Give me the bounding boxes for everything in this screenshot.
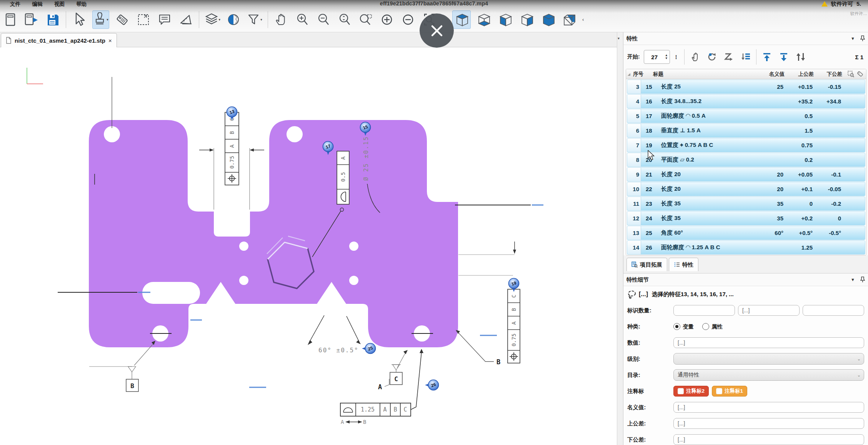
id-count-input-2[interactable] [738, 305, 800, 316]
table-row[interactable]: 1022长度 2020+0.1-0.05 [627, 182, 865, 196]
id-count-input-3[interactable] [803, 305, 864, 316]
small-hole-2[interactable] [239, 276, 248, 285]
select-cursor-button[interactable] [71, 11, 87, 28]
balloon-25[interactable]: 25 [362, 343, 376, 354]
measure-tool-button[interactable] [178, 11, 194, 28]
tag-tool-button[interactable] [114, 11, 130, 28]
open-file-button[interactable] [23, 11, 40, 28]
pan-hand-button[interactable] [273, 11, 289, 28]
document-tab[interactable]: nist_ctc_01_asme1_ap242-e1.stp × [1, 33, 117, 47]
layers-button[interactable]: ▾ [204, 11, 220, 28]
move-top-icon[interactable] [760, 49, 773, 65]
upper-tolerance-input[interactable] [673, 418, 864, 429]
spinner-arrows[interactable]: ▲▼ [665, 54, 670, 60]
view-left-button[interactable] [496, 11, 514, 28]
document-tab-close-icon[interactable]: × [108, 37, 112, 44]
list-order-icon[interactable] [739, 49, 752, 65]
characteristics-panel-header[interactable]: 特性 ▼ [623, 32, 868, 45]
license-warning[interactable]: 软件许可 5. [821, 0, 861, 8]
panel-splitter[interactable]: ▾ [617, 32, 623, 445]
small-hole-3[interactable] [349, 242, 358, 251]
small-hole-4[interactable] [349, 276, 358, 285]
table-row[interactable]: 517面轮廓度 ◠ 0.5 A0.5 [627, 109, 865, 123]
table-row[interactable]: 618垂直度 ⊥ 1.5 A1.5 [627, 123, 865, 138]
view-top-button[interactable] [452, 10, 471, 29]
pin-icon[interactable] [860, 35, 865, 42]
video-close-button[interactable] [420, 13, 454, 48]
view-bottom-button[interactable] [475, 11, 492, 28]
splitter-collapse-icon[interactable]: ▾ [618, 36, 620, 40]
view-filter-icon[interactable] [848, 71, 854, 77]
datum-b[interactable]: B [89, 341, 155, 392]
spinner-menu-icon[interactable]: ⋮ [674, 54, 679, 60]
details-panel-header[interactable]: 特性细节 ▼ [623, 273, 868, 286]
catalog-select[interactable]: 通用特性 ⌄ [673, 369, 864, 381]
fcf-19-position[interactable]: C B A 0.75 [455, 205, 543, 363]
lower-tolerance-input[interactable] [673, 434, 864, 445]
nominal-input[interactable] [673, 402, 864, 413]
fcf-13-position[interactable]: C B A 0.75 [199, 112, 264, 210]
filter-button[interactable]: ▾ [247, 11, 263, 28]
view-back-button[interactable] [561, 11, 578, 28]
increase-button[interactable] [379, 11, 395, 28]
datum-c[interactable]: C [390, 350, 408, 385]
radio-attribute-label[interactable]: 属性 [711, 323, 723, 330]
zoom-in-button[interactable] [294, 11, 310, 28]
tag-checkbox[interactable] [716, 388, 722, 394]
table-row[interactable]: 1123长度 35350-0.2 [627, 197, 865, 211]
table-row[interactable]: 416长度 34.8...35.2+35.2+34.8 [627, 94, 865, 108]
annotation-tag-2[interactable]: 注释标2 [673, 386, 709, 397]
annotation-tag-1[interactable]: 注释标1 [712, 386, 747, 397]
corner-hole-top-left[interactable] [104, 126, 120, 142]
tag-checkbox[interactable] [678, 388, 684, 394]
panel-collapse-icon[interactable]: ▼ [851, 277, 855, 282]
rotate-sync-icon[interactable] [705, 49, 718, 65]
datum-a-label[interactable]: A [378, 379, 389, 391]
value-input[interactable] [673, 337, 864, 348]
renumber-icon[interactable] [722, 49, 735, 65]
radio-variable[interactable] [673, 323, 680, 330]
zoom-window-button[interactable] [358, 11, 374, 28]
save-button[interactable] [45, 11, 61, 28]
zoom-extents-button[interactable] [337, 11, 353, 28]
model-viewport[interactable]: C B A 0.75 A 0.5 [0, 47, 617, 445]
sort-updown-icon[interactable] [794, 49, 807, 65]
id-count-input-1[interactable] [673, 305, 735, 316]
marquee-select-button[interactable] [135, 11, 152, 28]
model-canvas-svg[interactable]: C B A 0.75 A 0.5 [0, 47, 617, 445]
panel-collapse-icon[interactable]: ▼ [851, 36, 855, 41]
view-front-button[interactable] [539, 11, 557, 28]
table-header-row[interactable]: ◢ 序号 标题 名义值 上公差 下公差 [626, 69, 866, 79]
filter-dropdown-caret[interactable]: ▾ [260, 18, 262, 22]
radio-variable-label[interactable]: 变量 [683, 323, 694, 330]
tag-column-icon[interactable] [857, 71, 864, 77]
table-row[interactable]: 1325角度 60°60°+0.5°-0.5° [627, 226, 865, 240]
dim-angle-60[interactable]: 60° ±0.5° [308, 315, 361, 354]
table-row[interactable]: 921长度 2020+0.05-0.1 [627, 167, 865, 182]
radio-attribute[interactable] [702, 323, 709, 330]
stamp-tool-button[interactable]: ▾ [92, 10, 109, 29]
balloon-26[interactable]: 26 [425, 380, 439, 390]
decrease-button[interactable] [400, 11, 416, 28]
part-body[interactable] [89, 120, 458, 347]
pin-icon[interactable] [860, 277, 865, 283]
pick-hand-icon[interactable] [688, 49, 701, 65]
view-right-button[interactable] [518, 11, 535, 28]
zoom-out-button[interactable] [315, 11, 332, 28]
tab-project-tree[interactable]: 项目拓展 [626, 258, 667, 271]
cube-group-collapse-icon[interactable]: ‹ [582, 17, 584, 22]
stamp-dropdown-caret[interactable]: ▾ [107, 18, 108, 22]
contrast-view-button[interactable] [225, 11, 242, 28]
move-bottom-icon[interactable] [777, 49, 790, 65]
level-select[interactable]: ⌄ [673, 353, 864, 365]
layers-dropdown-caret[interactable]: ▾ [218, 18, 220, 22]
corner-hole-top-right[interactable] [287, 126, 303, 142]
table-row[interactable]: 820平面度 ▱ 0.20.2 [627, 153, 865, 167]
sort-icon[interactable]: ◢ [628, 72, 633, 76]
start-number-input[interactable]: 27 ▲▼ [644, 50, 670, 64]
comment-tool-button[interactable] [157, 11, 173, 28]
table-row[interactable]: 315长度 2525+0.15-0.15 [627, 80, 865, 94]
table-row[interactable]: 719位置度 ⌖ 0.75 A B C0.75 [627, 138, 865, 152]
slot-feature[interactable] [142, 282, 200, 304]
table-row[interactable]: 1426面轮廓度 ◠ 1.25 A B C1.25 [627, 240, 865, 255]
